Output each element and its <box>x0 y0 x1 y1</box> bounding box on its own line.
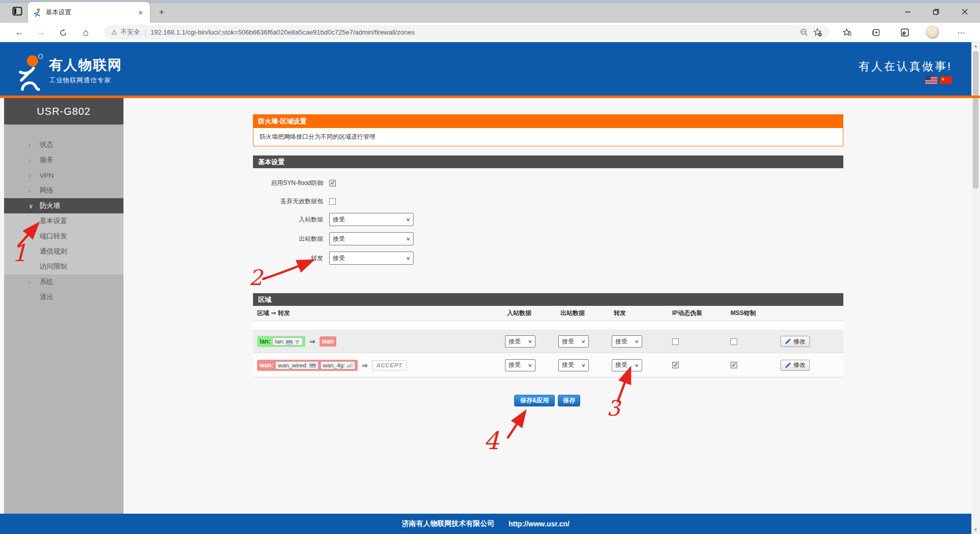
collections-button[interactable] <box>869 26 883 39</box>
sidebar-item-network[interactable]: ›网络 <box>4 183 123 198</box>
edit-pencil-icon <box>785 362 791 368</box>
zoom-out-icon <box>800 28 808 37</box>
save-apply-button[interactable]: 保存&应用 <box>514 395 555 406</box>
sidebar-item-access-limit[interactable]: 访问限制 <box>4 259 123 274</box>
window-minimize-button[interactable] <box>896 3 920 20</box>
address-bar[interactable]: ⚠ 不安全 | 192.168.1.1/cgi-bin/luci/;stok=5… <box>104 25 829 40</box>
sidebar-item-port-forward[interactable]: 端口转发 <box>4 229 123 244</box>
input-policy-row: 入站数据 接受∨ <box>253 213 609 226</box>
new-tab-button[interactable]: + <box>155 7 168 19</box>
input-policy-label: 入站数据 <box>253 215 329 224</box>
wan-input-select[interactable]: 接受∨ <box>505 359 535 371</box>
drop-invalid-label: 丢弃无效数据包 <box>253 197 329 206</box>
refresh-button[interactable] <box>56 26 70 39</box>
screen: 基本设置 × + ← → ⌂ ⚠ 不安全 | 192.168.1.1/cgi-b… <box>0 0 980 534</box>
select-chevron-icon: ∨ <box>581 363 586 368</box>
chevron-right-icon: › <box>28 141 39 149</box>
scrollbar-thumb[interactable] <box>973 51 978 189</box>
favorites-star-icon <box>843 28 852 37</box>
signal-icon <box>346 362 353 368</box>
zone-row-wan: wan: wan_wired: wan_4g: ⇒ ACCEPT 接受∨ 接受∨… <box>253 353 843 377</box>
lan-forward-select[interactable]: 接受∨ <box>612 335 642 348</box>
select-chevron-icon: ∨ <box>406 217 410 222</box>
collections-icon <box>871 28 880 37</box>
wan-edit-button[interactable]: 修改 <box>780 360 810 371</box>
lan-masquerade-checkbox[interactable] <box>672 338 679 345</box>
lan-zone-badge: lan: lan: <box>257 336 305 347</box>
col-masquerade: IP动态伪装 <box>668 309 726 318</box>
ie-mode-button[interactable]: e <box>897 26 911 39</box>
tab-actions-button[interactable] <box>10 5 24 17</box>
zones-table: 区域 ⇒ 转发 入站数据 出站数据 转发 IP动态伪装 MSS钳制 lan: l… <box>253 306 843 378</box>
zoom-out-button[interactable] <box>798 26 811 39</box>
implies-icon: ⇒ <box>362 361 368 369</box>
sidebar-item-status[interactable]: ›状态 <box>4 137 123 152</box>
window-close-button[interactable] <box>953 3 976 20</box>
annotation-arrow-4 <box>508 412 525 437</box>
tab-close-icon[interactable]: × <box>136 8 145 17</box>
not-secure-warning-icon: ⚠ <box>111 28 117 36</box>
page-scrollbar[interactable]: ▲ ▼ <box>971 42 980 534</box>
save-button[interactable]: 保存 <box>558 395 580 406</box>
chevron-right-icon: › <box>28 172 39 179</box>
orange-divider <box>0 96 980 98</box>
wan-forward-select[interactable]: 接受∨ <box>612 359 642 371</box>
page-footer: 济南有人物联网技术有限公司 http://www.usr.cn/ <box>0 514 971 534</box>
basic-settings-section-title: 基本设置 <box>253 155 843 168</box>
footer-url[interactable]: http://www.usr.cn/ <box>509 520 570 528</box>
add-favorite-button[interactable] <box>811 26 824 39</box>
back-button[interactable]: ← <box>12 26 26 39</box>
us-flag-icon[interactable] <box>925 76 937 84</box>
scrollbar-down-icon[interactable]: ▼ <box>971 526 980 534</box>
ethernet-icon <box>286 339 293 344</box>
usr-favicon <box>33 8 42 17</box>
sidebar-item-services[interactable]: ›服务 <box>4 152 123 168</box>
select-chevron-icon: ∨ <box>406 256 410 261</box>
forward-button[interactable]: → <box>34 26 48 39</box>
zones-section-title: 区域 <box>253 293 843 306</box>
sidebar-item-system[interactable]: ›系统 <box>4 274 123 290</box>
tab-actions-icon <box>12 7 22 16</box>
sidebar-item-basic-settings[interactable]: 基本设置 <box>4 213 123 229</box>
restore-icon <box>933 9 939 15</box>
input-policy-select[interactable]: 接受∨ <box>329 213 414 226</box>
wan-4g-interface-box: wan_4g: <box>321 361 355 369</box>
wan-masquerade-checkbox[interactable] <box>672 362 679 368</box>
window-restore-button[interactable] <box>924 3 947 20</box>
cn-flag-icon[interactable]: ★ <box>940 76 952 84</box>
drop-invalid-checkbox[interactable] <box>329 198 336 205</box>
edit-pencil-icon <box>785 338 791 344</box>
favorites-bar-button[interactable] <box>840 26 855 39</box>
col-zone-forward: 区域 ⇒ 转发 <box>253 309 503 318</box>
more-menu-button[interactable]: ⋯ <box>954 26 968 39</box>
lan-mss-checkbox[interactable] <box>731 338 737 345</box>
wan-mss-checkbox[interactable] <box>731 362 737 368</box>
device-model-title: USR-G802 <box>4 98 123 124</box>
home-button[interactable]: ⌂ <box>79 26 93 39</box>
col-input: 入站数据 <box>503 309 556 318</box>
output-policy-select[interactable]: 接受∨ <box>329 232 414 245</box>
wan-output-select[interactable]: 接受∨ <box>558 359 589 371</box>
sidebar-item-traffic-rules[interactable]: 通信规则 <box>4 244 123 259</box>
lan-output-select[interactable]: 接受∨ <box>558 335 589 348</box>
accept-target-box: ACCEPT <box>372 360 407 370</box>
forward-policy-select[interactable]: 接受∨ <box>329 252 414 265</box>
chevron-down-icon: ∨ <box>28 202 39 210</box>
lan-input-select[interactable]: 接受∨ <box>505 335 535 348</box>
lan-edit-button[interactable]: 修改 <box>780 336 810 347</box>
url-text: 192.168.1.1/cgi-bin/luci/;stok=506b6636f… <box>150 28 798 36</box>
security-label: 不安全 <box>121 28 140 37</box>
sidebar-item-firewall[interactable]: ∨防火墙 <box>4 198 123 213</box>
scrollbar-up-icon[interactable]: ▲ <box>971 42 980 50</box>
star-add-icon <box>813 28 822 37</box>
col-forward: 转发 <box>610 309 668 318</box>
syn-flood-checkbox[interactable] <box>329 180 336 186</box>
syn-flood-label: 启用SYN-flood防御 <box>253 179 329 187</box>
sidebar-item-logout[interactable]: 退出 <box>4 290 123 305</box>
browser-tab[interactable]: 基本设置 × <box>28 2 150 23</box>
sidebar-item-vpn[interactable]: ›VPN <box>4 168 123 183</box>
close-icon <box>962 9 968 15</box>
select-chevron-icon: ∨ <box>635 339 639 344</box>
profile-avatar[interactable] <box>926 25 939 39</box>
annotation-number-4: 4 <box>484 426 500 455</box>
